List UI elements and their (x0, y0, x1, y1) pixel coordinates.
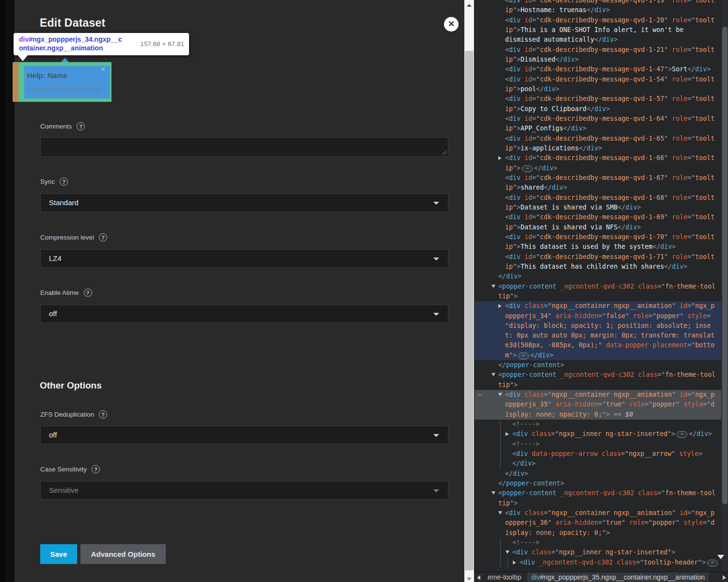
ellipsis-expander[interactable]: ⋯ (677, 431, 687, 438)
expand-icon[interactable] (498, 156, 502, 160)
code-line[interactable]: ip">This dataset is used by the system</… (475, 242, 728, 252)
code-line[interactable]: ip">ix-applications</div> (475, 144, 728, 153)
compression-select[interactable]: LZ4 (40, 249, 448, 268)
collapse-icon[interactable] (491, 491, 495, 495)
expand-icon[interactable] (513, 561, 516, 565)
code-line[interactable]: <div id="cdk-describedby-message-qvd-1-6… (475, 153, 728, 163)
code-line[interactable]: <popper-content _ngcontent-qvd-c302 clas… (475, 282, 728, 291)
code-line[interactable]: <div class="ngxp__container ngxp__animat… (475, 508, 728, 518)
code-line[interactable]: <div id="cdk-describedby-message-qvd-1-2… (475, 16, 728, 25)
code-line[interactable]: tip"> (475, 380, 728, 390)
collapse-icon[interactable] (498, 511, 502, 515)
expand-icon[interactable] (498, 304, 502, 308)
devtools-scrollbar-thumb[interactable] (722, 27, 728, 504)
tooltip-close-icon[interactable]: × (101, 66, 105, 73)
code-line[interactable]: <popper-content _ngcontent-qvd-c302 clas… (475, 488, 728, 498)
code-line[interactable]: <div data-popper-arrow class="ngxp__arro… (475, 449, 728, 459)
save-button[interactable]: Save (40, 544, 77, 564)
code-line[interactable]: </div> (475, 459, 728, 469)
breadcrumb-right-icon[interactable] (723, 575, 726, 580)
help-icon[interactable]: ? (84, 289, 92, 297)
code-line[interactable]: ip">Copy to Clipboard</div> (475, 104, 728, 114)
sync-select[interactable]: Standard (40, 194, 448, 212)
code-line[interactable]: <div id="cdk-describedby-message-qvd-1-2… (475, 45, 728, 55)
code-line[interactable]: e3d(508px, -885px, 0px);" data-popper-pl… (475, 340, 728, 350)
code-line[interactable]: <!----> (475, 439, 728, 449)
close-icon[interactable]: ✕ (444, 17, 459, 32)
help-icon[interactable]: ? (92, 465, 100, 473)
scroll-down-button[interactable] (464, 574, 474, 582)
code-line[interactable]: ip">Dataset is shared via NFS</div> (475, 223, 728, 232)
advanced-options-button[interactable]: Advanced Options (80, 544, 166, 564)
code-line[interactable]: ip">⋯</div> (475, 163, 728, 173)
help-icon[interactable]: ? (99, 233, 107, 242)
dedup-select[interactable]: off (40, 426, 448, 444)
code-line[interactable]: <div id="cdk-describedby-message-qvd-1-7… (475, 252, 728, 262)
code-line[interactable]: dismissed automatically</div> (475, 35, 728, 45)
help-icon[interactable]: ? (99, 410, 107, 419)
code-line[interactable]: <div class="ngxp__inner ng-star-inserted… (475, 429, 728, 439)
code-line[interactable]: tip"> (475, 499, 728, 508)
code-line[interactable]: oppperjs_34" aria-hidden="false" role="p… (475, 311, 728, 321)
code-line[interactable]: </popper-content> (475, 479, 728, 488)
code-line[interactable]: ip">Dataset is shared via SMB</div> (475, 203, 728, 212)
code-line[interactable]: ip">Dismissed</div> (475, 55, 728, 65)
code-line[interactable]: </div> (475, 469, 728, 479)
breadcrumb-left-icon[interactable] (477, 575, 480, 580)
node-menu-icon[interactable]: ⋯ (478, 390, 481, 400)
code-line[interactable]: "display: block; opacity: 1; position: a… (475, 321, 728, 331)
collapse-icon[interactable] (491, 285, 495, 288)
code-line[interactable]: tip"> (475, 291, 728, 301)
code-line[interactable]: ip">pool</div> (475, 84, 728, 94)
breadcrumb-item-current[interactable]: div#ngx_poppperjs_35.ngxp__container.ngx… (527, 572, 709, 582)
collapse-icon[interactable] (498, 393, 502, 396)
code-line[interactable]: <div id="cdk-describedby-message-qvd-1-6… (475, 193, 728, 203)
code-line[interactable]: isplay: none; opacity: 0;"> (475, 528, 728, 538)
collapse-icon[interactable] (491, 373, 495, 376)
scroll-up-button[interactable] (464, 0, 474, 8)
comments-input[interactable] (40, 137, 448, 157)
code-line[interactable]: <div id="cdk-describedby-message-qvd-1-5… (475, 94, 728, 104)
code-line[interactable]: <div class="ngxp__inner ng-star-inserted… (475, 548, 728, 557)
code-line[interactable]: t: 0px auto auto 0px; margin: 0px; trans… (475, 331, 728, 340)
code-line[interactable]: <div id="cdk-describedby-message-qvd-1-6… (475, 114, 728, 124)
ellipsis-expander[interactable]: ⋯ (522, 165, 533, 172)
resize-grip-icon[interactable] (442, 150, 446, 155)
code-line[interactable]: isplay: none; opacity: 0;"> == $0 (475, 410, 728, 420)
page-scrollbar[interactable] (464, 0, 474, 582)
help-icon[interactable]: ? (60, 178, 68, 186)
code-line[interactable]: <div id="cdk-describedby-message-qvd-1-4… (475, 65, 728, 74)
code-line[interactable]: <div id="cdk-describedby-message-qvd-1-7… (475, 232, 728, 242)
ellipsis-expander[interactable]: ⋯ (518, 353, 529, 359)
code-line[interactable]: oppperjs_35" aria-hidden="true" role="po… (475, 400, 728, 409)
atime-select[interactable]: off (40, 305, 448, 323)
code-line[interactable]: <div class="ngxp__container ngxp__animat… (475, 301, 728, 311)
collapse-icon[interactable] (506, 550, 509, 554)
code-line[interactable]: <div id="cdk-describedby-message-qvd-1-5… (475, 75, 728, 84)
code-line[interactable]: </popper-content> (475, 360, 728, 370)
code-line[interactable]: m">⋯</div> (475, 351, 728, 360)
code-line[interactable]: ip">shared</div> (475, 183, 728, 193)
code-line[interactable]: <div id="cdk-describedby-message-qvd-1-6… (475, 134, 728, 144)
code-line[interactable]: <div id="cdk-describedby-message-qvd-1-6… (475, 173, 728, 183)
code-line[interactable]: <div id="cdk-describedby-message-qvd-1-6… (475, 212, 728, 222)
code-line[interactable]: ip">Hostname: truenas</div> (475, 5, 728, 15)
code-line[interactable]: ip">This dataset has children with share… (475, 262, 728, 272)
devtools-scrollbar[interactable] (721, 0, 728, 572)
scroll-hint-icon[interactable] (717, 555, 724, 559)
page-scrollbar-thumb[interactable] (465, 51, 474, 570)
code-line[interactable]: <!----> (475, 420, 728, 429)
code-line[interactable]: </div> (475, 272, 728, 281)
code-line[interactable]: oppperjs_36" aria-hidden="true" role="po… (475, 518, 728, 528)
code-line[interactable]: ⋯<div class="ngxp__container ngxp__anima… (475, 390, 728, 400)
code-line[interactable]: <div _ngcontent-qvd-c302 class="tooltip-… (475, 558, 728, 567)
code-line[interactable]: ip">APP_Configs</div> (475, 124, 728, 133)
code-line[interactable]: <!----> (475, 538, 728, 548)
breadcrumb-item-parent[interactable]: eme-tooltip (488, 572, 521, 582)
code-line[interactable]: ip">This is a ONE-SHOT Info alert, it wo… (475, 25, 728, 35)
expand-icon[interactable] (506, 432, 509, 436)
code-line[interactable]: <popper-content _ngcontent-qvd-c302 clas… (475, 370, 728, 380)
ellipsis-expander[interactable]: ⋯ (707, 560, 718, 566)
help-icon[interactable]: ? (77, 122, 85, 130)
code-line[interactable]: <div id="cdk-describedby-message-qvd-1-1… (475, 0, 728, 5)
